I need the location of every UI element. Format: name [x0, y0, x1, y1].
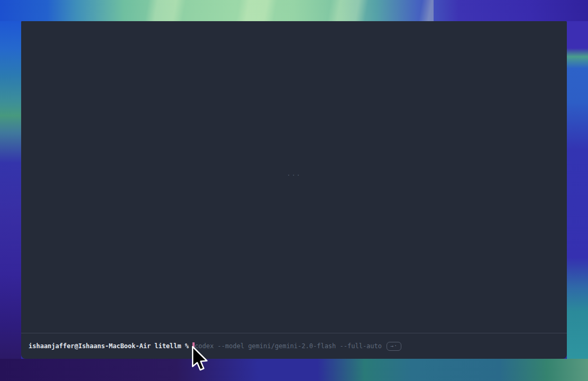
prompt-symbol: % [185, 342, 189, 350]
wallpaper-bottom-strip [0, 359, 588, 381]
tab-accept-hint-badge: →· [387, 342, 401, 351]
wallpaper-top-strip [0, 0, 588, 21]
prompt-user-host: ishaanjaffer@Ishaans-MacBook-Air [29, 342, 151, 350]
terminal-window[interactable]: ... ishaanjaffer@Ishaans-MacBook-Air lit… [21, 21, 567, 359]
autosuggestion-text[interactable]: codex --model gemini/gemini-2.0-flash --… [195, 342, 382, 350]
loading-ellipsis: ... [21, 170, 567, 177]
terminal-prompt-row[interactable]: ishaanjaffer@Ishaans-MacBook-Air litellm… [21, 333, 567, 359]
prompt-directory: litellm [154, 342, 181, 350]
terminal-output-area: ... [21, 21, 567, 333]
wallpaper-right-strip [567, 21, 588, 359]
desktop: ... ishaanjaffer@Ishaans-MacBook-Air lit… [0, 0, 588, 381]
wallpaper-left-strip [0, 21, 21, 359]
mouse-arrow-cursor-icon [191, 346, 209, 372]
